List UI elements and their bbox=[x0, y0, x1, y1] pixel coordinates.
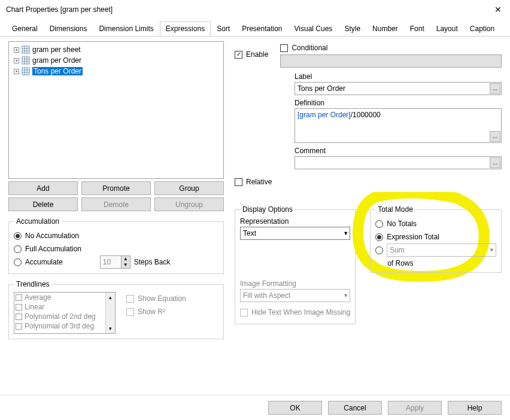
ungroup-button: Ungroup bbox=[154, 197, 224, 211]
image-formatting-lbl: Image Formatting bbox=[240, 279, 350, 288]
spinner-up-icon[interactable]: ▲ bbox=[121, 256, 130, 262]
add-button[interactable]: Add bbox=[8, 181, 78, 195]
conditional-input bbox=[280, 54, 502, 68]
checkbox-label: Relative bbox=[246, 178, 272, 186]
radio-icon bbox=[14, 245, 22, 253]
expression-tree[interactable]: + gram per sheet + gram per Order + Tons… bbox=[8, 41, 224, 179]
table-icon bbox=[22, 67, 30, 75]
group-button[interactable]: Group bbox=[154, 181, 224, 195]
trendline-label: Polynomial of 2nd deg bbox=[25, 312, 96, 321]
show-r2-checkbox[interactable]: Show R² bbox=[126, 305, 186, 318]
label-input[interactable]: Tons per Order ... bbox=[295, 82, 502, 95]
radio-icon bbox=[375, 220, 383, 228]
representation-select[interactable]: Text ▼ bbox=[240, 227, 350, 240]
trendline-item[interactable]: Average bbox=[14, 293, 115, 302]
expand-icon[interactable]: + bbox=[14, 69, 19, 74]
ok-button[interactable]: OK bbox=[268, 401, 322, 415]
tab-dimensions[interactable]: Dimensions bbox=[44, 22, 93, 36]
promote-button[interactable]: Promote bbox=[81, 181, 151, 195]
trendline-item[interactable]: Polynomial of 3rd deg bbox=[14, 321, 115, 331]
steps-back-label: Steps Back bbox=[134, 258, 171, 266]
tab-sort[interactable]: Sort bbox=[211, 22, 236, 36]
checkbox-icon bbox=[235, 178, 242, 186]
hide-text-checkbox: Hide Text When Image Missing bbox=[240, 306, 350, 319]
tab-visual-cues[interactable]: Visual Cues bbox=[289, 22, 339, 36]
tree-item[interactable]: + gram per sheet bbox=[10, 44, 222, 55]
apply-button: Apply bbox=[388, 401, 442, 415]
enable-checkbox[interactable]: Enable bbox=[235, 48, 268, 61]
tree-item[interactable]: + gram per Order bbox=[10, 55, 222, 66]
titlebar: Chart Properties [gram per sheet] ✕ bbox=[0, 0, 510, 19]
radio-expression-total[interactable]: Expression Total bbox=[375, 230, 496, 244]
spinner-down-icon[interactable]: ▼ bbox=[121, 262, 130, 268]
expand-icon[interactable]: + bbox=[14, 58, 19, 63]
svg-rect-10 bbox=[22, 68, 29, 75]
tab-caption[interactable]: Caption bbox=[464, 22, 500, 36]
trendline-item[interactable]: Polynomial of 2nd deg bbox=[14, 312, 115, 321]
relative-checkbox[interactable]: Relative bbox=[235, 175, 502, 188]
expand-button[interactable]: ... bbox=[490, 83, 500, 94]
tab-number[interactable]: Number bbox=[366, 22, 404, 36]
comment-input[interactable]: ... bbox=[295, 156, 502, 169]
dialog-footer: OK Cancel Apply Help bbox=[0, 395, 510, 420]
conditional-checkbox[interactable]: Conditional bbox=[280, 41, 502, 54]
tab-expressions[interactable]: Expressions bbox=[160, 22, 211, 36]
total-mode-legend: Total Mode bbox=[375, 205, 415, 214]
radio-full-accumulation[interactable]: Full Accumulation bbox=[14, 242, 218, 255]
tab-presentation[interactable]: Presentation bbox=[236, 22, 288, 36]
checkbox-label: Show Equation bbox=[138, 294, 186, 303]
radio-no-accumulation[interactable]: No Accumulation bbox=[14, 229, 218, 242]
table-icon bbox=[22, 45, 30, 54]
radio-no-totals[interactable]: No Totals bbox=[375, 217, 496, 230]
delete-button[interactable]: Delete bbox=[8, 197, 78, 211]
checkbox-icon bbox=[235, 51, 242, 59]
expand-icon[interactable]: + bbox=[14, 47, 19, 53]
radio-sum-of-rows[interactable]: Sum ▼ bbox=[375, 244, 496, 257]
trendline-item[interactable]: Linear bbox=[14, 302, 115, 312]
window-title: Chart Properties [gram per sheet] bbox=[6, 5, 113, 14]
checkbox-icon bbox=[16, 323, 22, 330]
cancel-button[interactable]: Cancel bbox=[328, 401, 382, 415]
tree-item[interactable]: + Tons per Order bbox=[10, 66, 222, 77]
radio-label: Accumulate bbox=[25, 258, 63, 266]
tab-layout[interactable]: Layout bbox=[430, 22, 464, 36]
tab-font[interactable]: Font bbox=[404, 22, 430, 36]
trendlines-legend: Trendlines bbox=[14, 280, 52, 288]
tree-item-label: gram per Order bbox=[32, 56, 81, 65]
radio-icon bbox=[14, 232, 22, 240]
steps-back-spinner[interactable]: ▲▼ bbox=[100, 255, 130, 269]
comment-lbl: Comment bbox=[295, 147, 502, 155]
definition-suffix: /1000000 bbox=[351, 111, 381, 119]
tab-dimension-limits[interactable]: Dimension Limits bbox=[93, 22, 159, 36]
scroll-down-icon[interactable]: ▾ bbox=[106, 324, 115, 333]
accumulation-group: Accumulation No Accumulation Full Accumu… bbox=[8, 217, 224, 274]
scroll-up-icon[interactable]: ▴ bbox=[106, 293, 115, 302]
svg-rect-0 bbox=[22, 46, 29, 53]
checkbox-label: Conditional bbox=[292, 44, 327, 52]
trendline-label: Average bbox=[25, 293, 51, 302]
definition-input[interactable]: [gram per Order]/1000000 ... bbox=[295, 108, 502, 143]
trendlines-list[interactable]: Average Linear Polynomial of 2nd deg Pol… bbox=[14, 292, 116, 334]
chevron-down-icon: ▼ bbox=[489, 247, 494, 253]
table-icon bbox=[22, 56, 30, 65]
expand-button[interactable]: ... bbox=[490, 157, 500, 168]
svg-rect-5 bbox=[22, 57, 29, 64]
close-icon[interactable]: ✕ bbox=[491, 3, 505, 16]
scrollbar[interactable]: ▴▾ bbox=[105, 293, 115, 333]
image-formatting-select: Fill with Aspect ▼ bbox=[240, 289, 350, 302]
display-options-legend: Display Options bbox=[240, 205, 295, 214]
definition-ref: [gram per Order] bbox=[298, 111, 351, 119]
checkbox-icon bbox=[126, 295, 134, 303]
radio-accumulate[interactable]: Accumulate ▲▼ Steps Back bbox=[14, 255, 218, 269]
checkbox-label: Show R² bbox=[138, 308, 165, 316]
checkbox-label: Hide Text When Image Missing bbox=[251, 308, 350, 316]
image-formatting-value: Fill with Aspect bbox=[243, 291, 290, 300]
show-equation-checkbox[interactable]: Show Equation bbox=[126, 292, 186, 305]
trendline-label: Polynomial of 3rd deg bbox=[25, 322, 94, 330]
help-button[interactable]: Help bbox=[448, 401, 502, 415]
tree-item-label: Tons per Order bbox=[32, 67, 83, 75]
expand-button[interactable]: ... bbox=[490, 131, 500, 142]
tab-style[interactable]: Style bbox=[338, 22, 366, 36]
tab-general[interactable]: General bbox=[6, 22, 44, 36]
of-rows-label: of Rows bbox=[375, 259, 496, 267]
